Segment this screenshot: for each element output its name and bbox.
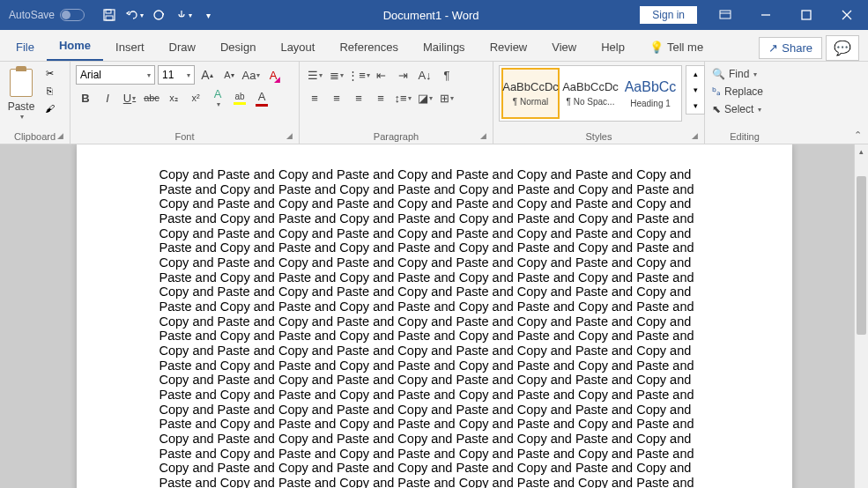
group-label: Clipboard xyxy=(5,129,64,144)
tab-view[interactable]: View xyxy=(539,33,589,61)
close-icon[interactable] xyxy=(827,2,866,28)
tab-mailings[interactable]: Mailings xyxy=(411,33,478,61)
tab-design[interactable]: Design xyxy=(208,33,268,61)
dialog-launcher-icon[interactable]: ◢ xyxy=(480,131,491,142)
gallery-down-icon[interactable]: ▾ xyxy=(686,82,704,98)
decrease-indent-icon[interactable]: ⇤ xyxy=(371,65,390,85)
svg-rect-7 xyxy=(802,11,811,19)
replace-icon: ᵇₐ xyxy=(712,85,721,98)
group-label: Styles xyxy=(499,129,699,144)
justify-icon[interactable]: ≡ xyxy=(371,88,390,107)
autosave-toggle[interactable]: AutoSave xyxy=(0,9,93,21)
group-paragraph: ☰▾ ≣▾ ⋮≡▾ ⇤ ⇥ A↓ ¶ ≡ ≡ ≡ ≡ ↕≡▾ ◪▾ ⊞▾ Par… xyxy=(300,62,493,144)
titlebar: AutoSave ▾ ▾ ▾ Document1 - Word Sign in xyxy=(0,0,868,30)
font-name-combo[interactable]: Arial▾ xyxy=(76,65,155,85)
page[interactable]: Copy and Paste and Copy and Paste and Co… xyxy=(77,144,792,488)
dialog-launcher-icon[interactable]: ◢ xyxy=(692,131,702,142)
dialog-launcher-icon[interactable]: ◢ xyxy=(286,131,297,142)
bold-button[interactable]: B xyxy=(76,88,95,107)
collapse-ribbon-icon[interactable]: ⌃ xyxy=(849,127,866,143)
save-icon[interactable] xyxy=(99,4,120,26)
ribbon-display-icon[interactable] xyxy=(706,2,745,28)
tab-home[interactable]: Home xyxy=(47,32,103,61)
tab-tellme[interactable]: 💡Tell me xyxy=(637,33,716,61)
redo-icon[interactable] xyxy=(148,4,169,26)
cursor-icon: ⬉ xyxy=(712,103,721,115)
share-button[interactable]: ↗Share xyxy=(759,37,822,59)
touch-mode-icon[interactable]: ▾ xyxy=(173,4,194,26)
paste-button[interactable]: Paste ▾ xyxy=(5,65,37,129)
text-effects-icon[interactable]: A▾ xyxy=(208,88,227,107)
document-body[interactable]: Copy and Paste and Copy and Paste and Co… xyxy=(160,167,709,488)
tab-help[interactable]: Help xyxy=(589,33,637,61)
signin-button[interactable]: Sign in xyxy=(640,6,697,24)
undo-icon[interactable]: ▾ xyxy=(123,4,145,26)
align-right-icon[interactable]: ≡ xyxy=(349,88,368,107)
group-label: Editing xyxy=(710,129,779,144)
svg-rect-1 xyxy=(106,10,111,13)
grow-font-icon[interactable]: A▴ xyxy=(197,65,217,85)
numbering-icon[interactable]: ≣▾ xyxy=(327,65,346,85)
format-painter-icon[interactable]: 🖌 xyxy=(41,100,58,116)
tab-insert[interactable]: Insert xyxy=(103,33,157,61)
ribbon-tabs: File Home Insert Draw Design Layout Refe… xyxy=(0,30,868,62)
dialog-launcher-icon[interactable]: ◢ xyxy=(57,131,68,142)
change-case-icon[interactable]: Aa▾ xyxy=(241,65,261,85)
clear-format-icon[interactable]: A◢ xyxy=(263,65,283,85)
comments-button[interactable]: 💬 xyxy=(826,35,859,61)
lightbulb-icon: 💡 xyxy=(649,41,664,54)
comment-icon: 💬 xyxy=(834,41,851,55)
group-styles: AaBbCcDc ¶ Normal AaBbCcDc ¶ No Spac... … xyxy=(493,62,705,144)
style-no-spacing[interactable]: AaBbCcDc ¶ No Spac... xyxy=(561,68,619,119)
copy-icon[interactable]: ⎘ xyxy=(41,83,58,99)
borders-icon[interactable]: ⊞▾ xyxy=(437,88,456,107)
align-left-icon[interactable]: ≡ xyxy=(305,88,324,107)
tab-review[interactable]: Review xyxy=(478,33,540,61)
tab-file[interactable]: File xyxy=(4,33,47,61)
ribbon: Paste ▾ ✂ ⎘ 🖌 Clipboard ◢ Arial▾ 11▾ A▴ … xyxy=(0,62,868,144)
document-title: Document1 - Word xyxy=(224,9,638,22)
svg-rect-4 xyxy=(720,11,731,18)
superscript-button[interactable]: x² xyxy=(186,88,205,107)
line-spacing-icon[interactable]: ↕≡▾ xyxy=(393,88,412,107)
align-center-icon[interactable]: ≡ xyxy=(327,88,346,107)
select-button[interactable]: ⬉Select▾ xyxy=(710,100,779,118)
gallery-up-icon[interactable]: ▴ xyxy=(686,66,704,82)
increase-indent-icon[interactable]: ⇥ xyxy=(393,65,412,85)
scroll-thumb[interactable] xyxy=(857,176,866,335)
shading-icon[interactable]: ◪▾ xyxy=(415,88,434,107)
bullets-icon[interactable]: ☰▾ xyxy=(305,65,324,85)
gallery-more-icon[interactable]: ▾ xyxy=(686,98,704,114)
replace-button[interactable]: ᵇₐReplace xyxy=(710,83,779,100)
qat-customize-icon[interactable]: ▾ xyxy=(197,4,219,26)
vertical-scrollbar[interactable]: ▴ xyxy=(854,144,868,488)
font-color-icon[interactable]: A xyxy=(252,88,271,107)
strike-button[interactable]: abc xyxy=(142,88,161,107)
minimize-icon[interactable] xyxy=(746,2,785,28)
italic-button[interactable]: I xyxy=(98,88,117,107)
subscript-button[interactable]: x₂ xyxy=(164,88,183,107)
maximize-icon[interactable] xyxy=(787,2,826,28)
multilevel-icon[interactable]: ⋮≡▾ xyxy=(349,65,368,85)
tab-draw[interactable]: Draw xyxy=(157,33,208,61)
style-normal[interactable]: AaBbCcDc ¶ Normal xyxy=(501,68,560,119)
find-button[interactable]: 🔍Find▾ xyxy=(710,65,779,83)
autosave-label: AutoSave xyxy=(9,9,55,21)
sort-icon[interactable]: A↓ xyxy=(415,65,434,85)
group-clipboard: Paste ▾ ✂ ⎘ 🖌 Clipboard ◢ xyxy=(0,62,70,144)
group-label: Font xyxy=(76,129,293,144)
style-heading1[interactable]: AaBbCc Heading 1 xyxy=(621,68,679,119)
highlight-icon[interactable]: ab xyxy=(230,88,249,107)
share-icon: ↗ xyxy=(768,41,778,55)
show-marks-icon[interactable]: ¶ xyxy=(437,65,456,85)
group-font: Arial▾ 11▾ A▴ A▾ Aa▾ A◢ B I U▾ abc x₂ x²… xyxy=(70,62,300,144)
tab-references[interactable]: References xyxy=(327,33,410,61)
underline-button[interactable]: U▾ xyxy=(120,88,139,107)
tab-layout[interactable]: Layout xyxy=(268,33,327,61)
scroll-up-icon[interactable]: ▴ xyxy=(855,144,868,159)
shrink-font-icon[interactable]: A▾ xyxy=(219,65,239,85)
group-editing: 🔍Find▾ ᵇₐReplace ⬉Select▾ Editing xyxy=(705,62,784,144)
font-size-combo[interactable]: 11▾ xyxy=(158,65,195,85)
paste-icon xyxy=(7,67,35,99)
cut-icon[interactable]: ✂ xyxy=(41,65,58,81)
